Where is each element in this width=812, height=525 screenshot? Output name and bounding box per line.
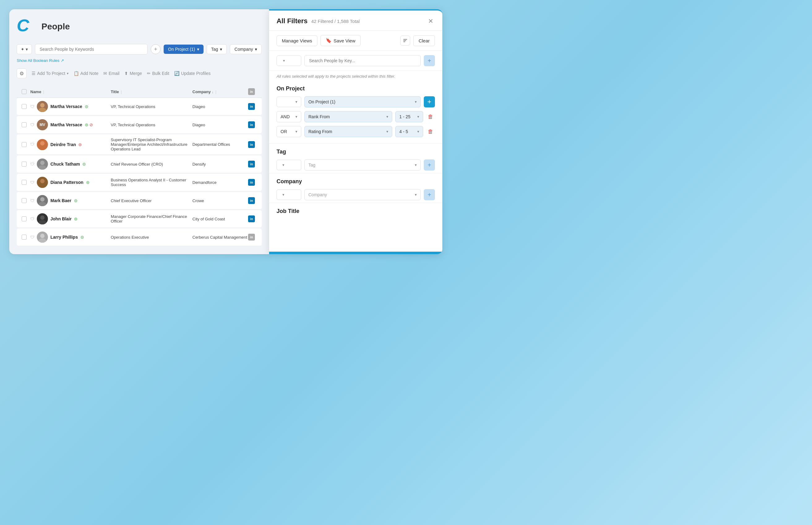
row-3-checkbox[interactable] [22, 142, 27, 147]
select-all-checkbox[interactable] [22, 89, 27, 94]
row-2-company: Diageo [192, 123, 248, 127]
tag-logic-dropdown[interactable]: ▾ [277, 160, 301, 170]
rank-type-dropdown[interactable]: Rank From ▾ [304, 111, 392, 122]
row-1-linkedin[interactable]: in [248, 103, 261, 110]
toolbar: ✦ ▾ + On Project (1) ▾ Tag ▾ Company ▾ [17, 44, 262, 55]
row-8-title: Operations Executive [111, 235, 192, 240]
rating-value-dropdown[interactable]: 4 - 5 ▾ [395, 126, 423, 137]
row-5-checkbox[interactable] [22, 180, 27, 185]
company-column-header: Company ↓ | [192, 89, 248, 94]
svg-point-1 [39, 108, 46, 112]
tag-add-button[interactable]: + [424, 160, 435, 170]
row-3-company: Departmental Offices [192, 142, 248, 147]
filter-title: All Filters [277, 17, 308, 25]
save-view-button[interactable]: 🔖 Save View [321, 35, 361, 46]
company-add-button[interactable]: + [424, 189, 435, 200]
on-project-section: On Project ▾ On Project (1) ▾ + [269, 80, 442, 143]
close-button[interactable]: ✕ [426, 17, 435, 25]
boolean-rules-link[interactable]: Show All Boolean Rules ↗ [17, 58, 262, 63]
sort-filters-button[interactable] [400, 35, 410, 45]
rank-value-dropdown[interactable]: 1 - 25 ▾ [395, 111, 423, 122]
on-project-logic-dropdown[interactable]: ▾ [277, 96, 301, 107]
row-2-person-name: Martha Versace [50, 122, 82, 127]
table-row: 🛡 John Blair ⊜ Manager Corporate Finance… [17, 210, 262, 228]
row-3-title: Supervisory IT Specialist-Program Manage… [111, 137, 192, 151]
row-1-checkbox[interactable] [22, 104, 27, 109]
rank-logic-dropdown[interactable]: AND ▾ [277, 111, 301, 122]
row-8-avatar [37, 231, 48, 243]
row-7-checkbox[interactable] [22, 216, 27, 221]
row-6-checkbox[interactable] [22, 198, 27, 203]
email-button[interactable]: ✉ Email [103, 71, 120, 76]
nav-arrow-icon: ✦ [21, 47, 25, 52]
add-note-button[interactable]: 📋 Add Note [74, 71, 98, 76]
tag-value-dropdown[interactable]: Tag ▾ [304, 160, 421, 170]
row-3-name-cell: 🛡 Deirdre Tran ⊜ [30, 139, 111, 150]
add-to-project-label: Add To Project [37, 71, 65, 76]
row-6-name-icons: ⊜ [74, 198, 78, 203]
rank-type-label: Rank From [308, 114, 330, 119]
svg-point-4 [40, 161, 45, 165]
add-filter-plus-button[interactable]: + [151, 44, 160, 54]
rating-logic-dropdown[interactable]: OR ▾ [277, 126, 301, 137]
company-logic-dropdown[interactable]: ▾ [277, 190, 301, 200]
company-filter-button[interactable]: Company ▾ [230, 44, 262, 54]
rating-delete-button[interactable]: 🗑 [426, 127, 435, 136]
filter-search-chevron-icon: ▾ [283, 59, 285, 63]
bulk-edit-button[interactable]: ✏ Bulk Edit [147, 71, 169, 76]
row-5-linkedin[interactable]: in [248, 179, 261, 186]
row-4-name-cell: 🛡 Chuck Tatham ⊜ [30, 159, 111, 170]
merge-button[interactable]: ⬆ Merge [124, 71, 142, 76]
table-row: 🛡 Larry Phillips ⊜ Operations Executive … [17, 228, 262, 246]
rating-type-dropdown[interactable]: Rating From ▾ [304, 126, 392, 137]
filter-search-type-dropdown[interactable]: ▾ [277, 56, 301, 66]
update-profiles-button[interactable]: 🔄 Update Profiles [174, 71, 210, 76]
job-title-section-title: Job Title [277, 208, 435, 214]
rank-delete-button[interactable]: 🗑 [426, 112, 435, 121]
row-2-linkedin[interactable]: in [248, 121, 261, 128]
tag-filter-button[interactable]: Tag ▾ [207, 44, 227, 54]
row-8-linkedin[interactable]: in [248, 234, 261, 241]
row-4-avatar [37, 159, 48, 170]
nav-dropdown[interactable]: ✦ ▾ [17, 44, 32, 54]
settings-button[interactable]: ⚙ [17, 69, 27, 78]
on-project-filter-button[interactable]: On Project (1) ▾ [163, 45, 203, 54]
add-note-label: Add Note [80, 71, 98, 76]
row-8-checkbox[interactable] [22, 235, 27, 240]
filter-note: All rules selected will apply to the pro… [269, 71, 442, 80]
save-view-label: Save View [333, 38, 356, 43]
on-project-add-button[interactable]: + [424, 96, 435, 107]
row-2-name-cell: 🛡 MV Martha Versace ⊜ ⊘ [30, 119, 111, 130]
row-6-linkedin[interactable]: in [248, 197, 261, 204]
row-7-name-icons: ⊜ [74, 216, 78, 221]
rating-logic-chevron: ▾ [295, 130, 297, 134]
row-3-name-icons: ⊜ [78, 142, 82, 147]
search-input[interactable] [35, 44, 147, 55]
row-5-company: Demandforce [192, 180, 248, 185]
row-7-linkedin[interactable]: in [248, 215, 261, 222]
filter-header: All Filters 42 Filtered / 1,588 Total ✕ [269, 11, 442, 31]
manage-views-button[interactable]: Manage Views [277, 35, 317, 46]
filter-search-add-button[interactable]: + [424, 55, 435, 66]
row-5-name-cell: 🛡 Diana Patterson ⊜ [30, 177, 111, 188]
company-value-chevron: ▾ [415, 193, 417, 197]
on-project-value-dropdown[interactable]: On Project (1) ▾ [304, 96, 421, 107]
rating-logic-label: OR [281, 129, 287, 134]
company-value-dropdown[interactable]: Company ▾ [304, 189, 421, 200]
company-chevron-icon: ▾ [255, 47, 257, 52]
rating-type-chevron: ▾ [386, 130, 388, 134]
row-3-linkedin[interactable]: in [248, 141, 261, 148]
company-section-title: Company [277, 178, 435, 185]
svg-point-5 [39, 165, 46, 170]
filter-toolbar: Manage Views 🔖 Save View Clear [269, 31, 442, 51]
row-6-person-name: Mark Baer [50, 198, 72, 203]
filter-search-input[interactable] [304, 55, 421, 66]
row-7-avatar [37, 213, 48, 224]
company-logic-chevron: ▾ [282, 193, 284, 197]
row-4-checkbox[interactable] [22, 162, 27, 167]
svg-point-2 [40, 141, 45, 146]
clear-button[interactable]: Clear [413, 35, 435, 46]
row-2-checkbox[interactable] [22, 122, 27, 127]
add-to-project-button[interactable]: ☰ Add To Project ▾ [32, 71, 69, 76]
row-4-linkedin[interactable]: in [248, 161, 261, 167]
